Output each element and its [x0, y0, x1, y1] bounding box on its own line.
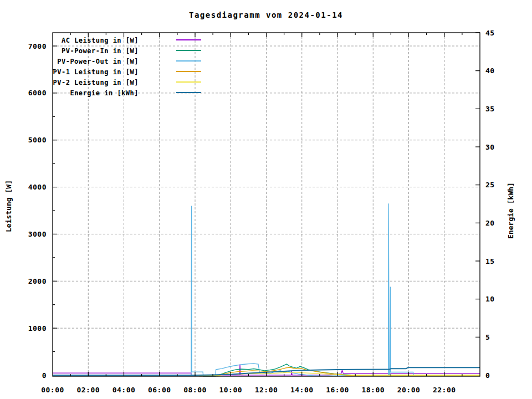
y-tick-label-left: 2000: [28, 277, 47, 285]
legend-label: PV-2 Leistung in [W]: [53, 79, 139, 86]
y-tick-label-right: 35: [485, 105, 495, 113]
x-tick-label: 00:00: [41, 386, 64, 394]
legend-label: PV-1 Leistung in [W]: [53, 68, 139, 76]
x-tick-label: 22:00: [433, 386, 456, 394]
y-tick-label-left: 4000: [28, 183, 47, 191]
x-tick-label: 14:00: [290, 386, 314, 394]
x-tick-label: 08:00: [183, 386, 207, 394]
chart-canvas: Tagesdiagramm vom 2024-01-14 Leistung [W…: [0, 0, 532, 399]
legend-label: PV-Power-In in [W]: [62, 47, 139, 55]
y-tick-label-left: 7000: [28, 42, 47, 50]
plot-svg: 00:0002:0004:0006:0008:0010:0012:0014:00…: [0, 0, 532, 399]
x-tick-label: 16:00: [326, 386, 349, 394]
y-tick-label-left: 3000: [28, 230, 47, 238]
y-tick-label-right: 25: [485, 181, 495, 189]
x-tick-label: 06:00: [148, 386, 171, 394]
y-tick-label-right: 15: [485, 257, 495, 265]
x-tick-label: 20:00: [397, 386, 421, 394]
y-tick-label-right: 5: [485, 333, 490, 341]
y-tick-label-right: 45: [485, 29, 495, 37]
y-tick-label-right: 40: [485, 66, 495, 75]
y-tick-label-left: 0: [42, 371, 47, 380]
y-tick-label-right: 20: [485, 219, 495, 227]
legend-label: PV-Power-Out in [W]: [57, 58, 139, 65]
legend-label: Energie in [kWh]: [70, 89, 139, 97]
y-tick-label-left: 5000: [28, 136, 47, 144]
x-tick-label: 12:00: [255, 386, 278, 394]
y-tick-label-right: 0: [485, 371, 490, 380]
y-tick-label-left: 1000: [28, 324, 47, 332]
y-tick-label-right: 30: [485, 143, 495, 151]
y-tick-label-left: 6000: [28, 89, 47, 97]
legend-label: AC Leistung in [W]: [62, 37, 139, 44]
x-tick-label: 02:00: [76, 386, 100, 394]
y-tick-label-right: 10: [485, 295, 495, 303]
x-tick-label: 04:00: [112, 386, 136, 394]
x-tick-label: 18:00: [361, 386, 385, 394]
x-tick-label: 10:00: [219, 386, 242, 394]
